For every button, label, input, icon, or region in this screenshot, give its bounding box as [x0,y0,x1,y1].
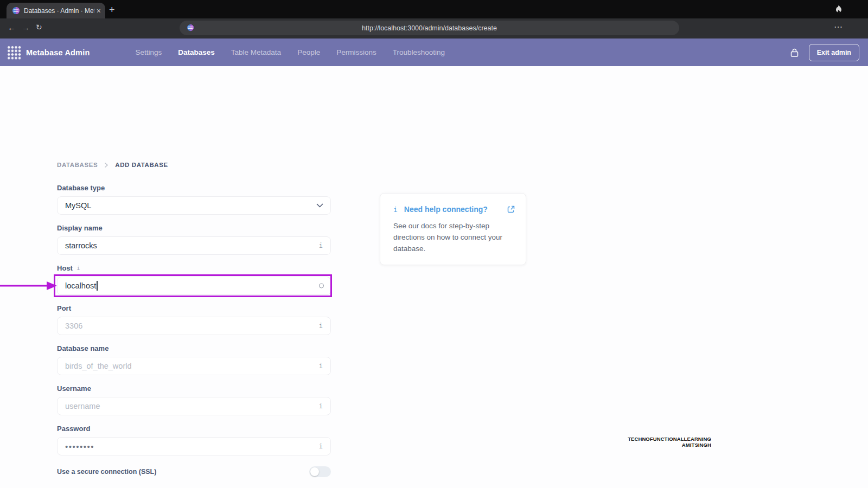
password-field[interactable]: i [57,437,331,455]
add-database-form: Database type MySQL Display name i Host … [57,184,331,488]
port-field[interactable]: i [57,317,331,335]
ssl-label: Use a secure connection (SSL) [57,468,156,476]
port-input[interactable] [65,317,323,335]
metabase-favicon [12,7,20,15]
nav-item-troubleshooting[interactable]: Troubleshooting [393,48,445,56]
username-label: Username [57,384,331,393]
host-value: localhost [65,281,96,290]
breadcrumb: DATABASES ADD DATABASE [57,162,168,168]
browser-tab[interactable]: Databases · Admin · Metabase × [7,3,105,18]
lock-icon[interactable] [790,48,799,57]
info-icon: i [393,206,398,214]
address-bar[interactable]: http://localhost:3000/admin/databases/cr… [180,21,679,35]
database-name-input[interactable] [65,357,323,375]
browser-toolbar: ← → ↻ http://localhost:3000/admin/databa… [0,18,868,38]
help-card-title[interactable]: Need help connecting? [404,205,488,214]
text-caret [97,281,98,291]
close-tab-icon[interactable]: × [97,7,101,15]
nav-item-settings[interactable]: Settings [135,48,162,56]
breadcrumb-databases[interactable]: DATABASES [57,162,98,168]
info-icon[interactable]: i [319,322,323,330]
metabase-favicon-small [187,24,194,34]
url-text[interactable]: http://localhost:3000/admin/databases/cr… [180,24,679,32]
host-label: Host i [57,264,331,272]
watermark: TECHNOFUNCTIONALLEARNING AMITSINGH [548,436,711,448]
back-icon[interactable]: ← [8,23,16,32]
chevron-down-icon [316,203,323,208]
info-icon[interactable]: i [319,362,323,370]
nav-item-table-metadata[interactable]: Table Metadata [231,48,281,56]
nav-item-permissions[interactable]: Permissions [336,48,376,56]
info-icon[interactable]: i [76,265,80,272]
database-type-value: MySQL [65,201,91,210]
database-name-label: Database name [57,344,331,352]
flame-icon [834,4,843,16]
brand-title: Metabase Admin [26,48,90,57]
help-card-body: See our docs for step-by-step directions… [393,221,515,255]
forward-icon: → [22,23,30,32]
nav-item-databases[interactable]: Databases [178,48,215,56]
exit-admin-button[interactable]: Exit admin [809,44,859,61]
tab-title: Databases · Admin · Metabase [24,7,94,15]
database-type-label: Database type [57,184,331,192]
info-icon[interactable]: i [319,242,323,249]
admin-nav-items: Settings Databases Table Metadata People… [135,48,445,56]
new-tab-icon[interactable]: + [109,4,115,16]
annotation-arrow [0,281,57,290]
password-input[interactable] [65,438,323,455]
admin-navbar: Metabase Admin Settings Databases Table … [0,38,868,66]
chevron-right-icon [104,162,108,168]
breadcrumb-add-database: ADD DATABASE [115,162,168,168]
external-link-icon[interactable] [507,206,515,213]
host-field[interactable]: localhost [57,277,331,295]
database-type-select[interactable]: MySQL [57,196,331,215]
loading-circle-icon [319,284,324,288]
browser-tab-strip: Databases · Admin · Metabase × + [0,0,868,18]
browser-menu-icon[interactable]: ⋯ [834,22,843,32]
ssl-toggle[interactable] [309,466,331,477]
display-name-label: Display name [57,224,331,232]
reload-icon[interactable]: ↻ [36,23,42,31]
display-name-field[interactable]: i [57,236,331,255]
help-card: i Need help connecting? See our docs for… [380,193,526,265]
metabase-logo-icon [7,45,21,60]
port-label: Port [57,304,331,312]
page-content: DATABASES ADD DATABASE Database type MyS… [0,66,868,488]
display-name-input[interactable] [65,237,323,254]
database-name-field[interactable]: i [57,357,331,375]
nav-item-people[interactable]: People [297,48,320,56]
username-input[interactable] [65,397,323,415]
watermark-line2: AMITSINGH [548,442,711,448]
password-label: Password [57,425,331,433]
watermark-line1: TECHNOFUNCTIONALLEARNING [548,436,711,442]
info-icon[interactable]: i [319,442,323,450]
info-icon[interactable]: i [319,402,323,410]
username-field[interactable]: i [57,397,331,415]
